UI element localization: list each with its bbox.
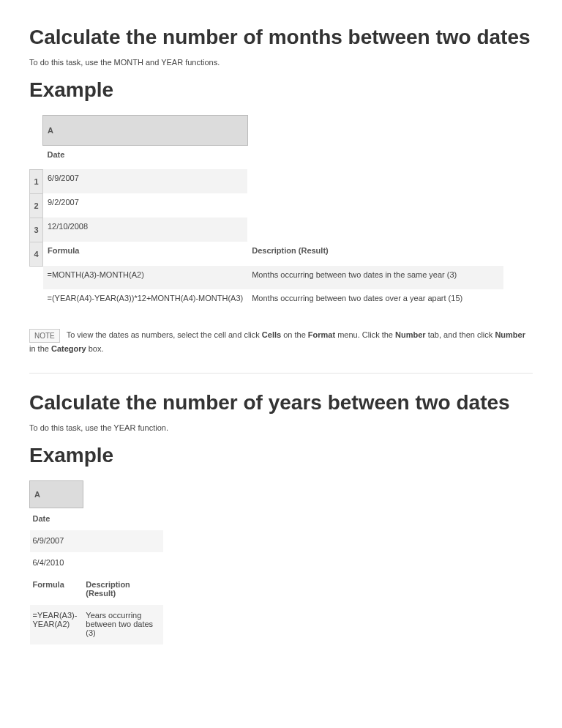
example-heading-years: Example xyxy=(29,444,533,467)
col-header-a: A xyxy=(30,480,83,508)
date-cell: 6/4/2010 xyxy=(30,552,83,574)
example-table-months: A Date 1 6/9/2007 2 9/2/2007 3 12/10/200… xyxy=(29,115,504,313)
date-label: Date xyxy=(43,146,248,170)
description-label: Description (Result) xyxy=(247,242,503,266)
row-number: 2 xyxy=(30,193,43,218)
note-line: NOTE To view the dates as numbers, selec… xyxy=(29,329,533,355)
description-label: Description (Result) xyxy=(83,574,163,605)
col-header-a: A xyxy=(43,116,248,146)
formula-label: Formula xyxy=(30,574,83,605)
formula-cell: =YEAR(A3)-YEAR(A2) xyxy=(30,605,83,645)
description-cell: Months occurring between two dates over … xyxy=(247,289,503,313)
note-bold: Cells xyxy=(262,330,281,339)
divider xyxy=(29,373,533,374)
formula-cell: =(YEAR(A4)-YEAR(A3))*12+MONTH(A4)-MONTH(… xyxy=(43,289,248,313)
formula-cell: =MONTH(A3)-MONTH(A2) xyxy=(43,266,248,289)
note-text: in the xyxy=(29,344,51,353)
description-cell: Months occurring between two dates in th… xyxy=(247,266,503,289)
note-bold: Number xyxy=(395,330,426,339)
heading-years: Calculate the number of years between tw… xyxy=(29,391,533,415)
example-heading-months: Example xyxy=(29,78,533,102)
row-number: 1 xyxy=(30,169,43,193)
formula-label: Formula xyxy=(43,242,248,266)
date-cell: 6/9/2007 xyxy=(43,169,248,193)
note-bold: Format xyxy=(308,330,335,339)
note-badge: NOTE xyxy=(29,329,60,343)
note-text: on the xyxy=(281,330,308,339)
note-text: menu. Click the xyxy=(335,330,395,339)
date-label: Date xyxy=(30,508,83,530)
date-cell: 9/2/2007 xyxy=(43,193,248,218)
note-bold: Category xyxy=(51,344,86,353)
example-table-years: A Date 6/9/2007 6/4/2010 Formula Descrip… xyxy=(29,480,163,645)
date-cell: 12/10/2008 xyxy=(43,218,248,242)
row-number: 3 xyxy=(30,218,43,242)
note-bold: Number xyxy=(495,330,525,339)
note-text: To view the dates as numbers, select the… xyxy=(67,330,262,339)
date-cell: 6/9/2007 xyxy=(30,530,83,552)
note-text: box. xyxy=(86,344,104,353)
row-number: 4 xyxy=(30,242,43,266)
intro-years: To do this task, use the YEAR function. xyxy=(29,423,533,432)
intro-months: To do this task, use the MONTH and YEAR … xyxy=(29,58,533,67)
note-text: tab, and then click xyxy=(426,330,495,339)
heading-months: Calculate the number of months between t… xyxy=(29,26,533,49)
description-cell: Years occurring between two dates (3) xyxy=(83,605,163,645)
